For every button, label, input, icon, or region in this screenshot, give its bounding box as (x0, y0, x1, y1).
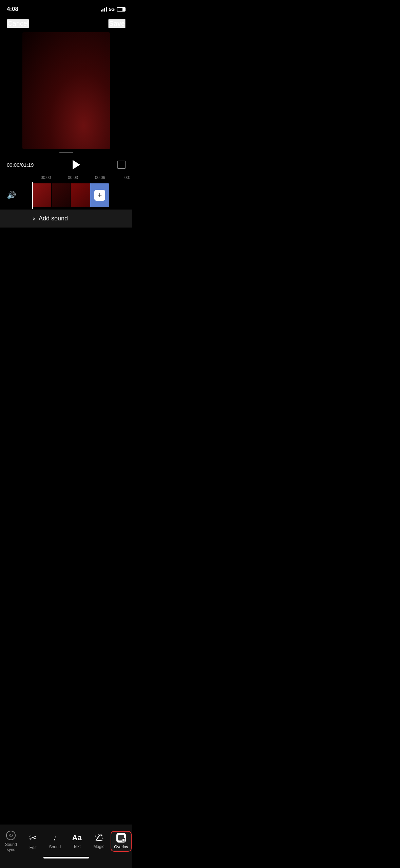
play-icon (73, 160, 80, 169)
timeline-marker-3: 00: (114, 175, 132, 180)
timeline-track[interactable]: + (0, 182, 132, 209)
signal-icon (101, 7, 107, 12)
header: Cancel Save (0, 16, 132, 32)
timeline-clips: + (32, 183, 109, 207)
add-icon: + (94, 190, 105, 201)
add-sound-label: Add sound (39, 215, 68, 222)
playback-row: 00:00/01:19 (0, 156, 132, 174)
network-label: 5G (109, 7, 115, 12)
play-button[interactable] (70, 159, 82, 171)
add-sound-bar[interactable]: ♪ Add sound (0, 210, 132, 228)
timeline-marker-2: 00:06 (87, 175, 114, 180)
playback-time: 00:00/01:19 (7, 162, 34, 168)
save-button[interactable]: Save (108, 19, 126, 28)
timeline-marker-1: 00:03 (59, 175, 87, 180)
add-clip-button[interactable]: + (90, 183, 109, 207)
scrubber-handle[interactable] (59, 152, 73, 153)
clip-3[interactable] (71, 183, 90, 207)
video-preview (22, 32, 110, 149)
timeline-container: 00:00 00:03 00:06 00: 🔊 + (0, 174, 132, 209)
clip-2[interactable] (52, 183, 71, 207)
fullscreen-icon[interactable] (117, 161, 126, 169)
clip-1[interactable] (32, 183, 51, 207)
status-time: 4:08 (7, 6, 18, 13)
timeline-marker-0: 00:00 (32, 175, 59, 180)
status-right: 5G (101, 7, 126, 12)
playhead[interactable] (32, 182, 33, 209)
cancel-button[interactable]: Cancel (7, 19, 29, 28)
timeline-ruler: 00:00 00:03 00:06 00: (0, 174, 132, 182)
status-bar: 4:08 5G (0, 0, 132, 16)
timeline-track-wrapper: 🔊 + (0, 182, 132, 209)
music-note-icon: ♪ (32, 215, 35, 222)
battery-icon (117, 7, 126, 12)
